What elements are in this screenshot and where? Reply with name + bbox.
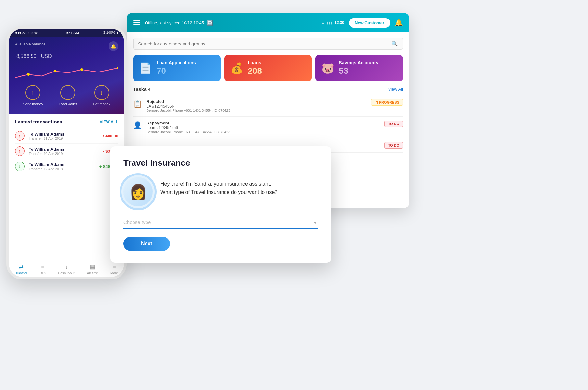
airtime-icon: ▦ [90, 263, 95, 270]
stats-row: 📄 Loan Applications 70 💰 Loans 208 🐷 Sav… [133, 55, 403, 81]
task-item-1: 📋 Rejected LA #123454556 Bernard Jacobi,… [133, 95, 403, 117]
stat-text-loan: Loan Applications 70 [157, 60, 196, 76]
transaction-item-2: ↑ To William Adams Transfer, 10 Apr 2019… [15, 144, 118, 159]
available-balance-label: Available balance [15, 42, 118, 46]
view-all-link[interactable]: VIEW ALL [100, 120, 118, 124]
task-rejected-person: Bernard Jacobi, Phone +631 1431 34554, I… [147, 109, 366, 112]
avatar-ring: 👩 [123, 177, 153, 206]
tablet-body: 🔍 📄 Loan Applications 70 💰 Loans 208 🐷 [127, 32, 409, 158]
svg-point-3 [117, 67, 118, 69]
balance-amount: 8,566.50 USD [15, 48, 118, 60]
nav-cash[interactable]: ↕ Cash in/out [58, 264, 75, 275]
get-money-button[interactable]: ↓ Get money [93, 85, 110, 106]
svg-point-2 [80, 68, 83, 71]
transaction-date: Transfer, 10 Apr 2019 [29, 152, 99, 156]
transfer-icon: ⇄ [19, 263, 24, 270]
transaction-item-3: ↓ To William Adams Transfer, 12 Apr 2018… [15, 159, 118, 174]
loan-applications-icon: 📄 [139, 62, 152, 74]
transaction-name: To William Adams [29, 132, 96, 136]
incoming-icon: ↓ [15, 162, 25, 171]
transaction-info: To William Adams Transfer, 11 Apr 2019 [29, 132, 96, 140]
cash-icon: ↕ [65, 264, 68, 270]
stat-card-savings[interactable]: 🐷 Savings Accounts 53 [315, 55, 403, 81]
nav-cash-label: Cash in/out [58, 271, 75, 275]
outgoing-icon: ↑ [15, 131, 25, 141]
load-wallet-button[interactable]: ↑ Load wallet [59, 85, 77, 106]
loan-applications-number: 70 [157, 66, 196, 76]
search-input[interactable] [138, 41, 391, 46]
header-right: ▲ ▮▮▮ 12:30 New Customer 🔔 [321, 18, 403, 28]
task-repayment-person: Bernard Jacobi, Phone +631 1431 34554, I… [147, 130, 380, 134]
new-customer-button[interactable]: New Customer [349, 18, 390, 28]
dialog-title: Travel Insurance [123, 158, 318, 168]
loans-number: 208 [248, 66, 262, 76]
stat-text-savings: Savings Accounts 53 [339, 60, 378, 76]
action-icons-row: ↑ Send money ↑ Load wallet ↓ Get money [15, 85, 118, 106]
get-money-label: Get money [93, 102, 110, 106]
send-money-button[interactable]: ↑ Send money [23, 85, 43, 106]
transactions-header: Lastest transactions VIEW ALL [15, 119, 118, 124]
signal-indicator: ●●● Sketch WiFi [15, 31, 42, 35]
task-rejected-icon: 📋 [133, 100, 142, 108]
phone-header: 🔔 Available balance 8,566.50 USD ↑ Send … [9, 37, 124, 114]
sync-icon[interactable]: 🔄 [207, 20, 213, 26]
stat-text-loans: Loans 208 [248, 60, 262, 76]
assistant-avatar: 👩 [123, 177, 153, 206]
task-repayment-icon: 👤 [133, 121, 142, 130]
nav-airtime[interactable]: ▦ Air time [87, 263, 98, 275]
insurance-type-select[interactable]: Choose type [123, 216, 318, 229]
savings-icon: 🐷 [321, 62, 334, 74]
transaction-name: To William Adams [29, 147, 99, 152]
svg-point-0 [27, 73, 30, 76]
send-money-label: Send money [23, 102, 43, 106]
insurance-type-select-wrapper: Choose type ▾ [123, 216, 318, 229]
transaction-info: To William Adams Transfer, 12 Apr 2018 [29, 162, 96, 171]
balance-chart [15, 63, 118, 83]
svg-point-1 [54, 70, 56, 72]
stat-card-loans[interactable]: 💰 Loans 208 [224, 55, 312, 81]
tablet-header: Offline, last synced 10/12 10:45 🔄 ▲ ▮▮▮… [127, 13, 409, 32]
nav-transfer-label: Transfer [15, 271, 27, 275]
phone-time: 9:41 AM [66, 31, 79, 35]
stat-card-loan-applications[interactable]: 📄 Loan Applications 70 [133, 55, 221, 81]
dialog-content: 👩 Hey there! I'm Sandra, your insurance … [123, 177, 318, 206]
more-icon: ≡ [112, 264, 116, 270]
notification-bell-icon[interactable]: 🔔 [109, 41, 118, 51]
nav-transfer[interactable]: ⇄ Transfer [15, 263, 27, 275]
savings-label: Savings Accounts [339, 60, 378, 65]
task-info-1: Rejected LA #123454556 Bernard Jacobi, P… [147, 99, 366, 112]
loan-applications-label: Loan Applications [157, 60, 196, 65]
task-rejected-title: Rejected [147, 99, 366, 104]
nav-airtime-label: Air time [87, 271, 98, 275]
nav-more[interactable]: ≡ More [110, 264, 118, 275]
task-info-2: Repayment Loan #123454556 Bernard Jacobi… [147, 121, 380, 134]
bell-icon[interactable]: 🔔 [395, 19, 403, 27]
transaction-date: Transfer, 12 Apr 2018 [29, 167, 96, 171]
sync-info: Offline, last synced 10/12 10:45 🔄 [145, 20, 213, 26]
battery-indicator: $ 100% ▮ [103, 31, 118, 35]
view-all-tasks-link[interactable]: View All [388, 87, 403, 92]
transaction-info: To William Adams Transfer, 10 Apr 2019 [29, 147, 99, 156]
transaction-name: To William Adams [29, 162, 96, 167]
phone-status-bar: ●●● Sketch WiFi 9:41 AM $ 100% ▮ [9, 29, 124, 37]
hamburger-menu[interactable] [133, 20, 140, 25]
task-todo-badge-1: TO DO [384, 121, 403, 127]
load-wallet-label: Load wallet [59, 102, 77, 106]
task-rejected-ref: LA #123454556 [147, 104, 366, 109]
search-bar: 🔍 [133, 38, 403, 50]
next-button[interactable]: Next [123, 237, 170, 251]
task-inprogress-badge: IN PROGRESS [371, 99, 403, 106]
bills-icon: ≡ [41, 264, 45, 270]
tasks-title: Tasks 4 [133, 86, 151, 92]
task-item-2: 👤 Repayment Loan #123454556 Bernard Jaco… [133, 117, 403, 138]
nav-bills[interactable]: ≡ Bills [40, 264, 45, 275]
task-repayment-ref: Loan #123454556 [147, 125, 380, 130]
nav-more-label: More [110, 271, 118, 275]
tablet-status-icons: ▲ ▮▮▮ 12:30 [321, 20, 344, 25]
dialog-message: Hey there! I'm Sandra, your insurance as… [160, 177, 277, 196]
insurance-dialog: Travel Insurance 👩 Hey there! I'm Sandra… [110, 146, 331, 263]
search-icon: 🔍 [391, 41, 398, 47]
bottom-nav: ⇄ Transfer ≡ Bills ↕ Cash in/out ▦ Air t… [9, 260, 124, 277]
loans-label: Loans [248, 60, 262, 65]
chevron-down-icon: ▾ [314, 220, 316, 225]
